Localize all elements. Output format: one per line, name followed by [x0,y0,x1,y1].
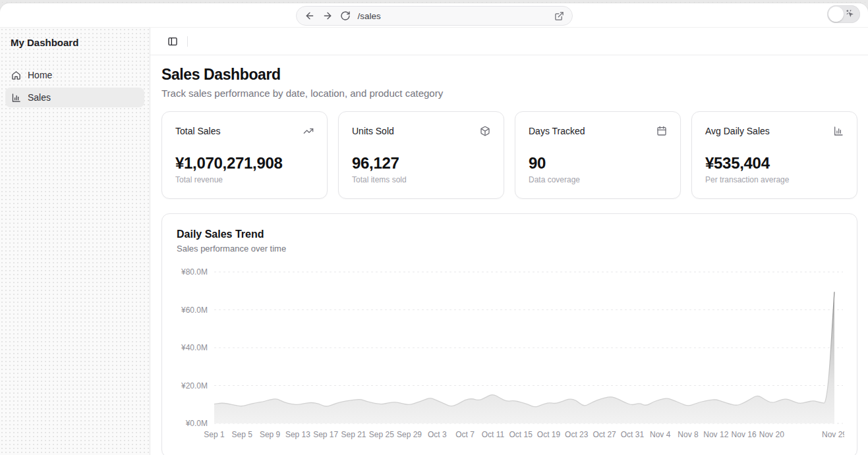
sidebar-item-sales[interactable]: Sales [5,88,144,107]
svg-text:Oct 11: Oct 11 [482,430,505,439]
svg-text:Nov 16: Nov 16 [732,430,757,439]
interaction-toggle[interactable] [827,5,860,23]
svg-text:Oct 31: Oct 31 [621,430,645,439]
main-area: Sales Dashboard Track sales performance … [150,28,868,455]
svg-text:Sep 5: Sep 5 [232,430,253,439]
stat-value: ¥1,070,271,908 [175,154,314,173]
chart-area[interactable]: ¥0.0M¥20.0M¥40.0M¥60.0M¥80.0MSep 1Sep 5S… [177,262,842,448]
stat-description: Per transaction average [705,175,844,184]
stat-card-days-tracked: Days Tracked 90 Data coverage [515,111,681,199]
svg-text:Oct 3: Oct 3 [428,430,447,439]
svg-text:Oct 27: Oct 27 [593,430,616,439]
svg-text:¥80.0M: ¥80.0M [181,267,208,277]
svg-text:Sep 1: Sep 1 [204,430,225,439]
svg-text:Oct 19: Oct 19 [537,430,561,439]
bar-chart-icon [833,126,844,136]
stat-label: Total Sales [175,126,220,136]
svg-text:Nov 12: Nov 12 [703,430,728,439]
calendar-icon [656,126,667,136]
header-divider [187,36,188,47]
sidebar: My Dashboard Home Sales [0,28,150,455]
dashboard-content: Sales Dashboard Track sales performance … [150,55,868,455]
svg-text:Sep 9: Sep 9 [260,430,281,439]
daily-sales-trend-card: Daily Sales Trend Sales performance over… [161,213,857,455]
sidebar-item-home[interactable]: Home [5,65,144,85]
svg-text:Nov 8: Nov 8 [678,430,699,439]
stat-label: Units Sold [352,126,394,136]
daily-sales-chart[interactable]: ¥0.0M¥20.0M¥40.0M¥60.0M¥80.0MSep 1Sep 5S… [177,262,844,445]
stat-description: Data coverage [529,175,667,184]
trending-up-icon [303,126,314,136]
svg-text:Sep 29: Sep 29 [397,430,422,439]
url-text[interactable]: /sales [358,11,547,21]
svg-text:Oct 23: Oct 23 [565,430,589,439]
sidebar-item-label: Home [28,70,52,80]
sidebar-item-label: Sales [28,92,51,103]
stat-value: ¥535,404 [705,154,844,173]
stat-description: Total items sold [352,175,490,184]
stat-description: Total revenue [175,175,314,184]
svg-text:¥40.0M: ¥40.0M [181,343,208,352]
cursor-spark-icon [846,9,855,19]
home-icon [11,70,21,80]
svg-text:Oct 7: Oct 7 [455,430,475,439]
url-bar[interactable]: /sales [296,6,573,26]
package-icon [480,126,490,136]
stat-value: 96,127 [352,154,490,173]
svg-text:Oct 15: Oct 15 [509,430,533,439]
browser-topbar: /sales [0,3,868,28]
chart-title: Daily Sales Trend [177,228,842,240]
svg-text:Nov 20: Nov 20 [759,430,784,439]
panel-left-icon[interactable] [167,36,178,47]
toggle-knob[interactable] [828,7,844,22]
svg-text:¥20.0M: ¥20.0M [181,381,208,390]
stat-card-total-sales: Total Sales ¥1,070,271,908 Total revenue [161,111,328,199]
chart-subtitle: Sales performance over time [177,244,842,254]
page-subtitle: Track sales performance by date, locatio… [161,88,857,99]
svg-text:Sep 17: Sep 17 [313,430,338,439]
bar-chart-icon [11,93,21,103]
stat-value: 90 [529,154,667,173]
stat-card-units-sold: Units Sold 96,127 Total items sold [338,111,504,199]
back-icon[interactable] [304,11,315,21]
svg-text:Sep 13: Sep 13 [285,430,310,439]
external-link-icon[interactable] [554,11,564,21]
forward-icon[interactable] [322,11,333,21]
svg-text:¥0.0M: ¥0.0M [185,419,208,428]
stat-label: Days Tracked [529,126,585,136]
app-body: My Dashboard Home Sales [0,28,868,455]
refresh-icon[interactable] [340,11,351,21]
svg-text:Nov 4: Nov 4 [650,430,671,439]
page-title: Sales Dashboard [161,66,857,84]
sidebar-title: My Dashboard [0,37,150,48]
app-window: /sales My Dashboard Home [0,3,868,455]
stat-cards-row: Total Sales ¥1,070,271,908 Total revenue… [161,111,857,199]
svg-text:Nov 29: Nov 29 [822,430,844,439]
svg-text:Sep 21: Sep 21 [341,430,366,439]
main-header [150,28,868,55]
stat-card-avg-daily-sales: Avg Daily Sales ¥535,404 Per transaction… [691,111,857,199]
stat-label: Avg Daily Sales [705,126,770,136]
svg-text:¥60.0M: ¥60.0M [181,306,208,315]
svg-text:Sep 25: Sep 25 [369,430,394,439]
